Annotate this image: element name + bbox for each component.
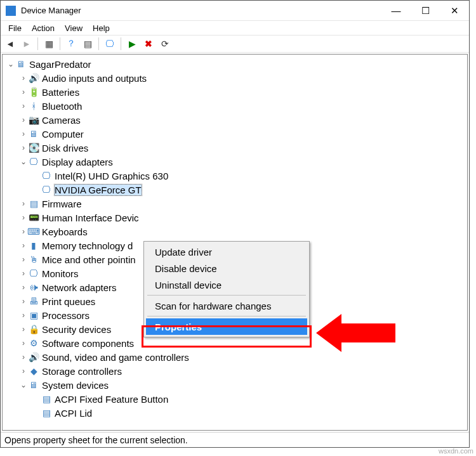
tree-category[interactable]: ›🖥Computer (3, 127, 467, 141)
tree-label: Human Interface Devic (42, 212, 139, 223)
tree-category[interactable]: ›💽Disk drives (3, 141, 467, 155)
tree-label: Monitors (42, 268, 79, 279)
tree-label: Security devices (42, 324, 111, 335)
device-intel-uhd[interactable]: 🖵Intel(R) UHD Graphics 630 (3, 169, 467, 183)
device-icon: 🖵 (28, 157, 39, 167)
category-system-devices[interactable]: ⌄🖥System devices (3, 378, 467, 392)
tree-category[interactable]: ›🔊Audio inputs and outputs (3, 71, 467, 85)
ctx-scan-hardware[interactable]: Scan for hardware changes (146, 297, 307, 314)
twisty-icon[interactable]: › (19, 227, 28, 236)
toolbar-sep (98, 37, 99, 50)
tree-label: Storage controllers (42, 366, 122, 377)
twisty-icon[interactable]: › (19, 88, 28, 96)
tree-category[interactable]: ›📷Cameras (3, 113, 467, 127)
tree-category[interactable]: ›⌨Keyboards (3, 225, 467, 238)
tree-category[interactable]: ›🔋Batteries (3, 85, 467, 99)
tree-category[interactable]: ›ᚼBluetooth (3, 99, 467, 113)
twisty-icon[interactable]: › (19, 213, 28, 222)
menu-file[interactable]: File (3, 22, 27, 34)
twisty-icon[interactable]: › (19, 325, 28, 334)
device-icon: 🔋 (28, 87, 39, 97)
tree-category[interactable]: ›◆Storage controllers (3, 364, 467, 378)
titlebar: Device Manager — ☐ ✕ (1, 1, 469, 21)
device-icon: 🖵 (28, 268, 39, 278)
tree-label: Keyboards (42, 226, 88, 237)
twisty-icon[interactable]: › (19, 129, 28, 138)
device-icon: 🖵 (41, 185, 52, 195)
category-display-adapters[interactable]: ⌄🖵Display adapters (3, 155, 467, 169)
twisty-icon[interactable]: › (19, 339, 28, 348)
device-icon: 🖥 (28, 129, 39, 139)
back-button[interactable]: ◄ (3, 37, 17, 51)
forward-button[interactable]: ► (20, 37, 34, 51)
uninstall-button[interactable]: ✖ (142, 37, 155, 51)
device-icon: ⚙ (28, 338, 39, 348)
twisty-icon[interactable]: › (19, 101, 28, 110)
device-icon: 💽 (28, 143, 39, 153)
twisty-icon[interactable]: › (19, 199, 28, 208)
menu-action[interactable]: Action (27, 22, 60, 34)
twisty-icon[interactable]: › (19, 283, 28, 292)
twisty-icon[interactable]: ⌄ (19, 157, 28, 166)
twisty-icon[interactable]: › (19, 367, 28, 375)
tree-label: ACPI Lid (55, 408, 92, 419)
tree-category[interactable]: ›▤Firmware (3, 197, 467, 211)
tree-label: Bluetooth (42, 101, 82, 112)
device-icon: ▮ (28, 240, 39, 251)
ctx-uninstall-device[interactable]: Uninstall device (146, 277, 307, 293)
twisty-icon[interactable]: › (19, 311, 28, 320)
menu-view[interactable]: View (60, 22, 88, 34)
tree-label: Cameras (42, 115, 81, 126)
help-button[interactable]: ？ (64, 37, 78, 51)
twisty-icon[interactable]: › (19, 297, 28, 306)
menubar: File Action View Help (1, 21, 469, 35)
tree-category[interactable]: ›📟Human Interface Devic (3, 211, 467, 225)
annotation-red-arrow (316, 311, 399, 355)
tree-label: Firmware (42, 199, 82, 209)
twisty-icon[interactable]: ⌄ (6, 60, 15, 68)
device-icon: 🖱 (28, 254, 39, 264)
ctx-divider (147, 295, 306, 296)
toolbar-sep (37, 37, 38, 50)
tree-label: Network adapters (42, 282, 117, 293)
tree-label: ACPI Fixed Feature Button (55, 394, 168, 405)
update-driver-toolbar-button[interactable]: 🖵 (103, 37, 117, 51)
minimize-button[interactable]: — (381, 1, 411, 20)
tree-label: System devices (42, 380, 109, 391)
device-icon: 🖶 (28, 296, 39, 306)
tree-label: Batteries (42, 87, 79, 98)
device-icon: 🖵 (41, 171, 52, 181)
properties-toolbar-button[interactable]: ▤ (81, 37, 95, 51)
ctx-disable-device[interactable]: Disable device (146, 260, 307, 277)
tree-label: Software components (42, 338, 134, 349)
svg-marker-0 (316, 314, 395, 352)
tree-label: NVIDIA GeForce GT (55, 185, 142, 195)
ctx-update-driver[interactable]: Update driver (146, 244, 307, 260)
enable-device-button[interactable]: ▶ (125, 37, 139, 51)
tree-label: Audio inputs and outputs (42, 73, 147, 84)
twisty-icon[interactable]: › (19, 143, 28, 152)
device-icon: ▤ (41, 394, 52, 404)
device-icon: ▤ (41, 408, 52, 418)
toolbar: ◄ ► ▦ ？ ▤ 🖵 ▶ ✖ ⟳ (1, 35, 469, 53)
scan-hardware-button[interactable]: ⟳ (158, 37, 172, 51)
twisty-icon[interactable]: › (19, 353, 28, 362)
twisty-icon[interactable]: › (19, 74, 28, 82)
twisty-icon[interactable]: › (19, 241, 28, 250)
device-acpi-fixed-button[interactable]: ▤ACPI Fixed Feature Button (3, 392, 467, 406)
maximize-button[interactable]: ☐ (411, 1, 440, 20)
device-icon: 🕪 (28, 282, 39, 292)
menu-help[interactable]: Help (88, 22, 115, 34)
twisty-icon[interactable]: ⌄ (19, 381, 28, 389)
close-button[interactable]: ✕ (440, 1, 469, 20)
device-icon: ▤ (28, 199, 39, 209)
ctx-properties[interactable]: Properties (146, 318, 307, 335)
twisty-icon[interactable]: › (19, 269, 28, 278)
twisty-icon[interactable]: › (19, 115, 28, 124)
show-hide-tree-button[interactable]: ▦ (42, 37, 56, 51)
device-nvidia-geforce[interactable]: 🖵NVIDIA GeForce GT (3, 183, 467, 197)
twisty-icon[interactable]: › (19, 255, 28, 264)
root-computer[interactable]: ⌄🖥SagarPredator (3, 57, 467, 71)
context-menu: Update driver Disable device Uninstall d… (143, 241, 310, 337)
device-acpi-lid[interactable]: ▤ACPI Lid (3, 406, 467, 420)
